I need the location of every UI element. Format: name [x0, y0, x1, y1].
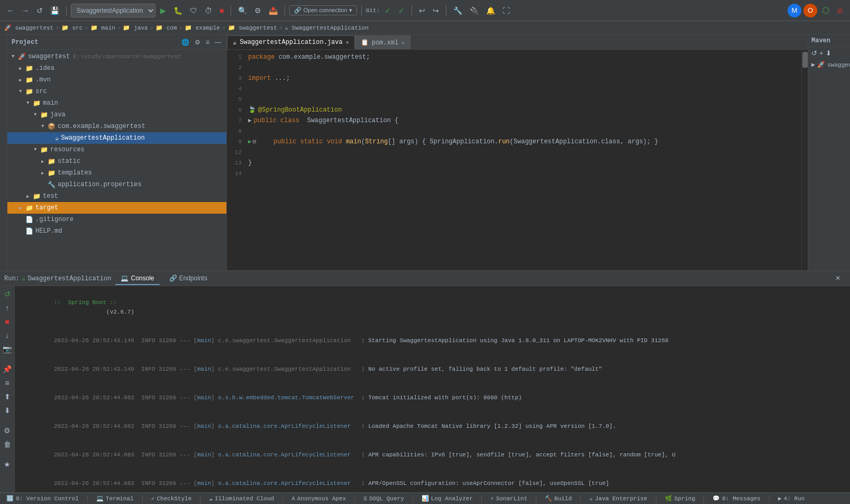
run-btn[interactable]: ▶ [158, 5, 169, 16]
fullscreen-btn[interactable]: ⛶ [500, 5, 513, 16]
block-btn[interactable]: ⊘ [834, 5, 846, 16]
project-globe-btn[interactable]: 🌐 [180, 38, 190, 47]
git-push-btn[interactable]: 📤 [266, 5, 280, 16]
status-java-enterprise[interactable]: ☕ Java Enterprise [587, 493, 650, 504]
search-btn[interactable]: 🔍 [235, 5, 250, 16]
back-btn[interactable]: ← [4, 5, 17, 16]
project-settings-btn[interactable]: ⚙ [194, 38, 202, 47]
camera-btn[interactable]: 📷 [2, 343, 13, 355]
maven-add-btn[interactable]: + [819, 49, 824, 57]
code-area[interactable]: 1 package com.example.swaggertest; 2 3 i… [227, 50, 801, 270]
tree-main[interactable]: ▼ 📁 main [7, 97, 226, 109]
run-restart-btn[interactable]: ↺ [2, 288, 13, 300]
status-build[interactable]: 🔨 Build [543, 493, 574, 504]
save-btn[interactable]: 💾 [48, 5, 62, 16]
run-close-btn[interactable]: ✕ [830, 272, 846, 285]
log-icon: 📊 [422, 495, 429, 502]
plugin-btn[interactable]: 🔌 [467, 5, 481, 16]
editor-scrollbar[interactable] [801, 50, 808, 270]
breadcrumb-example[interactable]: 📁 example [185, 24, 220, 31]
tree-app-props[interactable]: ▶ 🔧 application.properties [7, 179, 226, 190]
tab-pom-xml[interactable]: 📋 pom.xml ✕ [355, 35, 410, 49]
wrench-btn[interactable]: 🔧 [451, 5, 465, 16]
plugin2-btn[interactable]: ⬡ [819, 4, 832, 17]
tree-help[interactable]: ▶ 📄 HELP.md [7, 225, 226, 237]
run-scroll-down-btn[interactable]: ↓ [2, 329, 13, 341]
notifications-btn[interactable]: 🔔 [483, 5, 498, 16]
git-check-btn[interactable]: ✓ [382, 5, 394, 16]
status-illuminated-cloud[interactable]: ☁ Illuminated Cloud [207, 493, 276, 504]
forward-btn[interactable]: → [19, 5, 32, 16]
status-sonarlint[interactable]: ⚡ SonarLint [488, 493, 529, 504]
tree-templates[interactable]: ▶ 📁 templates [7, 167, 226, 179]
open-connection-btn[interactable]: 🔗 Open connection ▾ [289, 5, 357, 15]
ic-label: Illuminated Cloud [215, 496, 274, 502]
run-gear-btn[interactable]: ⚙ [2, 425, 13, 436]
tree-idea[interactable]: ▶ 📁 .idea [7, 62, 226, 74]
settings-btn[interactable]: ⚙ [252, 5, 264, 16]
redo-btn[interactable]: ↪ [430, 5, 442, 16]
tree-resources[interactable]: ▼ 📁 resources [7, 144, 226, 155]
tree-label-app: SwaggertestApplication [61, 134, 144, 142]
tab-java-close[interactable]: ✕ [346, 39, 349, 45]
run-fav-btn[interactable]: ★ [2, 459, 13, 470]
tree-static[interactable]: ▶ 📁 static [7, 155, 226, 167]
maven-download-btn[interactable]: ⬇ [826, 49, 831, 57]
maven-project-item[interactable]: ▶ 🚀 swaggerte... [808, 59, 850, 70]
microsoft-btn[interactable]: M [788, 4, 801, 17]
profile-btn[interactable]: ⏱ [202, 5, 215, 16]
gutter-run-7[interactable]: ▶ [248, 115, 252, 126]
run-pin-btn[interactable]: 📌 [2, 363, 13, 375]
tree-mvn[interactable]: ▶ 📁 .mvn [7, 74, 226, 86]
tab-pom-close[interactable]: ✕ [401, 40, 405, 46]
status-soql[interactable]: S SOQL Query [361, 493, 406, 504]
status-anonymous-apex[interactable]: A Anonymous Apex [289, 493, 348, 504]
tree-swaggertest-app[interactable]: ▶ ☕ SwaggertestApplication [7, 132, 226, 144]
project-minimize-btn[interactable]: — [214, 38, 222, 47]
status-version-control[interactable]: 🔢 9: Version Control [4, 493, 81, 504]
refresh-btn[interactable]: ↺ [34, 5, 45, 16]
status-messages[interactable]: 💬 0: Messages [710, 493, 763, 504]
status-run[interactable]: ▶ 4: Run [776, 493, 807, 504]
breadcrumb-com[interactable]: 📁 com [156, 24, 177, 31]
tree-test[interactable]: ▶ 📁 test [7, 190, 226, 202]
gutter-expand-9[interactable]: ⊟ [253, 136, 257, 147]
run-trash-btn[interactable]: 🗑 [2, 438, 13, 450]
maven-refresh-btn[interactable]: ↺ [811, 49, 817, 57]
run-scroll-up-btn[interactable]: ↑ [2, 302, 13, 314]
status-terminal[interactable]: 💻 Terminal [94, 493, 136, 504]
undo-btn[interactable]: ↩ [416, 5, 428, 16]
tree-target[interactable]: ▶ 📁 target [7, 202, 226, 214]
run-tab-console[interactable]: 💻 Console [115, 272, 159, 285]
breadcrumb-file[interactable]: ☕ SwaggertestApplication [285, 24, 368, 31]
run-stop-btn[interactable]: ■ [2, 316, 13, 327]
breadcrumb-src[interactable]: 📁 src [61, 24, 83, 31]
tree-gitignore[interactable]: ▶ 📄 .gitignore [7, 214, 226, 225]
run-import-btn[interactable]: ⬆ [2, 391, 13, 402]
status-log-analyzer[interactable]: 📊 Log Analyzer [419, 493, 475, 504]
debug-btn[interactable]: 🐛 [171, 5, 185, 16]
git-check2-btn[interactable]: ✓ [396, 5, 407, 16]
gutter-run-9[interactable]: ▶ [248, 136, 252, 147]
code-line-2: 2 [227, 62, 801, 73]
status-checkstyle[interactable]: ✓ CheckStyle [149, 493, 194, 504]
tree-java[interactable]: ▼ 📁 java [7, 109, 226, 121]
breadcrumb-swaggertest[interactable]: 🚀 swaggertest [4, 24, 53, 31]
breadcrumb-main[interactable]: 📁 main [90, 24, 115, 31]
outlook-btn[interactable]: O [803, 4, 817, 17]
coverage-btn[interactable]: 🛡 [187, 5, 200, 16]
breadcrumb-java[interactable]: 📁 java [123, 24, 148, 31]
run-export-btn[interactable]: ⬇ [2, 405, 13, 416]
status-spring[interactable]: 🌿 Spring [663, 493, 698, 504]
tree-package[interactable]: ▼ 📦 com.example.swaggertest [7, 121, 226, 132]
vc-icon: 🔢 [6, 495, 14, 502]
breadcrumb-swaggertest2[interactable]: 📁 swaggertest [228, 24, 277, 31]
tree-src[interactable]: ▼ 📁 src [7, 86, 226, 97]
tab-swaggertest-java[interactable]: ☕ SwaggertestApplication.java ✕ [227, 35, 355, 49]
tree-root[interactable]: ▼ 🚀 swaggertest E:\study\opensource\swag… [7, 51, 226, 62]
run-tab-endpoints[interactable]: 🔗 Endpoints [164, 272, 213, 285]
project-collapse-btn[interactable]: ≡ [205, 38, 211, 47]
run-config-dropdown[interactable]: SwaggertestApplication [71, 4, 156, 17]
run-filter-btn[interactable]: ≡ [2, 377, 13, 389]
stop-btn[interactable]: ■ [217, 5, 226, 16]
